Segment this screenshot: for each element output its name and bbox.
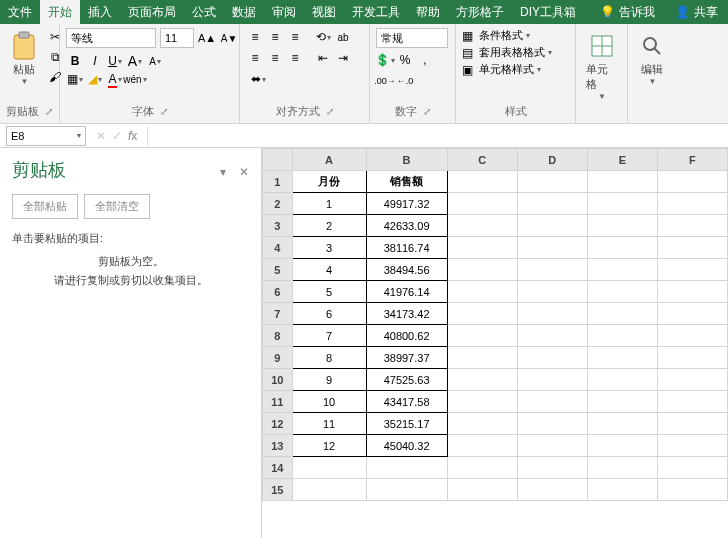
comma-button[interactable]: , <box>416 51 434 69</box>
percent-button[interactable]: % <box>396 51 414 69</box>
number-format-select[interactable] <box>376 28 448 48</box>
cell-A11[interactable]: 10 <box>292 391 366 413</box>
cell-F2[interactable] <box>657 193 727 215</box>
cell-F14[interactable] <box>657 457 727 479</box>
cell-B2[interactable]: 49917.32 <box>366 193 447 215</box>
cell-E10[interactable] <box>587 369 657 391</box>
cell-A5[interactable]: 4 <box>292 259 366 281</box>
cell-E13[interactable] <box>587 435 657 457</box>
conditional-format-button[interactable]: ▦ 条件格式▾ <box>462 28 530 43</box>
row-header-15[interactable]: 15 <box>263 479 293 501</box>
cell-A12[interactable]: 11 <box>292 413 366 435</box>
cell-D12[interactable] <box>517 413 587 435</box>
cell-F12[interactable] <box>657 413 727 435</box>
cell-F13[interactable] <box>657 435 727 457</box>
cell-C7[interactable] <box>447 303 517 325</box>
cell-D7[interactable] <box>517 303 587 325</box>
cell-C1[interactable] <box>447 171 517 193</box>
cell-C11[interactable] <box>447 391 517 413</box>
row-header-5[interactable]: 5 <box>263 259 293 281</box>
cell-B14[interactable] <box>366 457 447 479</box>
name-box[interactable]: E8 ▾ <box>6 126 86 146</box>
cell-D5[interactable] <box>517 259 587 281</box>
cell-styles-button[interactable]: ▣ 单元格样式▾ <box>462 62 541 77</box>
cell-D11[interactable] <box>517 391 587 413</box>
col-header-F[interactable]: F <box>657 149 727 171</box>
increase-indent-button[interactable]: ⇥ <box>334 49 352 67</box>
select-all-corner[interactable] <box>263 149 293 171</box>
cell-A10[interactable]: 9 <box>292 369 366 391</box>
bold-button[interactable]: B <box>66 52 84 70</box>
underline-button[interactable]: U▾ <box>106 52 124 70</box>
col-header-B[interactable]: B <box>366 149 447 171</box>
cell-D8[interactable] <box>517 325 587 347</box>
cell-C14[interactable] <box>447 457 517 479</box>
cell-B9[interactable]: 38997.37 <box>366 347 447 369</box>
col-header-E[interactable]: E <box>587 149 657 171</box>
cell-D1[interactable] <box>517 171 587 193</box>
row-header-12[interactable]: 12 <box>263 413 293 435</box>
border-button[interactable]: ▦▾ <box>66 70 84 88</box>
cell-B6[interactable]: 41976.14 <box>366 281 447 303</box>
cell-B10[interactable]: 47525.63 <box>366 369 447 391</box>
cell-D10[interactable] <box>517 369 587 391</box>
cell-A6[interactable]: 5 <box>292 281 366 303</box>
cell-F15[interactable] <box>657 479 727 501</box>
table-format-button[interactable]: ▤ 套用表格格式▾ <box>462 45 552 60</box>
cell-E15[interactable] <box>587 479 657 501</box>
menu-tab-6[interactable]: 审阅 <box>264 0 304 24</box>
row-header-8[interactable]: 8 <box>263 325 293 347</box>
cell-E3[interactable] <box>587 215 657 237</box>
decrease-font-button[interactable]: A▼ <box>220 29 238 47</box>
menu-tab-8[interactable]: 开发工具 <box>344 0 408 24</box>
cell-F10[interactable] <box>657 369 727 391</box>
cell-E8[interactable] <box>587 325 657 347</box>
cell-D3[interactable] <box>517 215 587 237</box>
cell-A4[interactable]: 3 <box>292 237 366 259</box>
row-header-1[interactable]: 1 <box>263 171 293 193</box>
tell-me[interactable]: 💡 告诉我 <box>590 4 665 21</box>
decrease-decimal-button[interactable]: ←.0 <box>396 72 414 90</box>
share-button[interactable]: 👤 共享 <box>665 4 728 21</box>
align-top-button[interactable]: ≡ <box>246 28 264 46</box>
cancel-icon[interactable]: ✕ <box>96 129 106 143</box>
menu-tab-1[interactable]: 开始 <box>40 0 80 24</box>
cell-E7[interactable] <box>587 303 657 325</box>
cell-C13[interactable] <box>447 435 517 457</box>
paste-all-button[interactable]: 全部粘贴 <box>12 194 78 219</box>
phonetic-button[interactable]: wén▾ <box>126 70 144 88</box>
cell-A3[interactable]: 2 <box>292 215 366 237</box>
dialog-launcher-icon[interactable]: ⤢ <box>160 106 168 117</box>
fx-icon[interactable]: fx <box>128 129 137 143</box>
cell-B15[interactable] <box>366 479 447 501</box>
cell-E4[interactable] <box>587 237 657 259</box>
cell-E14[interactable] <box>587 457 657 479</box>
cell-B13[interactable]: 45040.32 <box>366 435 447 457</box>
fill-color-button[interactable]: ◢▾ <box>86 70 104 88</box>
align-left-button[interactable]: ≡ <box>246 49 264 67</box>
cell-A2[interactable]: 1 <box>292 193 366 215</box>
cell-D14[interactable] <box>517 457 587 479</box>
row-header-7[interactable]: 7 <box>263 303 293 325</box>
cell-B11[interactable]: 43417.58 <box>366 391 447 413</box>
cell-D13[interactable] <box>517 435 587 457</box>
align-bottom-button[interactable]: ≡ <box>286 28 304 46</box>
cell-E6[interactable] <box>587 281 657 303</box>
row-header-13[interactable]: 13 <box>263 435 293 457</box>
col-header-C[interactable]: C <box>447 149 517 171</box>
cell-C3[interactable] <box>447 215 517 237</box>
font-name-select[interactable] <box>66 28 156 48</box>
cell-C8[interactable] <box>447 325 517 347</box>
cell-A9[interactable]: 8 <box>292 347 366 369</box>
cell-E1[interactable] <box>587 171 657 193</box>
cell-D9[interactable] <box>517 347 587 369</box>
cell-F4[interactable] <box>657 237 727 259</box>
col-header-D[interactable]: D <box>517 149 587 171</box>
cell-F8[interactable] <box>657 325 727 347</box>
increase-font-button[interactable]: A▲ <box>198 29 216 47</box>
wrap-text-button[interactable]: ab <box>334 28 352 46</box>
cell-A8[interactable]: 7 <box>292 325 366 347</box>
cell-D2[interactable] <box>517 193 587 215</box>
editing-button[interactable]: 编辑 ▼ <box>634 28 670 90</box>
row-header-2[interactable]: 2 <box>263 193 293 215</box>
